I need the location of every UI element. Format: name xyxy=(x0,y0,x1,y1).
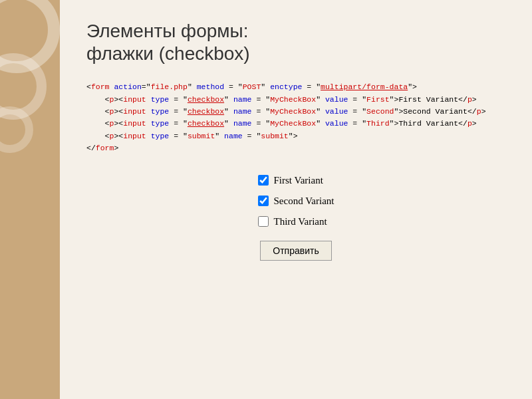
code-line-5: <p><input type = "submit" name = "submit… xyxy=(86,130,505,142)
page-title: Элементы формы: флажки (checkbox) xyxy=(86,20,505,65)
decorative-panel xyxy=(0,0,60,399)
checkbox-item-second[interactable]: Second Variant xyxy=(258,196,334,207)
code-block: <form action="file.php" method = "POST" … xyxy=(86,81,505,154)
checkbox-item-third[interactable]: Third Variant xyxy=(258,216,334,227)
code-line-3: <p><input type = "checkbox" name = "MyCh… xyxy=(86,106,505,118)
submit-button[interactable]: Отправить xyxy=(260,241,331,261)
page-title-line2: флажки (checkbox) xyxy=(86,43,250,64)
checkbox-group: First Variant Second Variant Third Varia… xyxy=(258,175,334,227)
checkbox-second-label: Second Variant xyxy=(274,196,334,207)
code-line-4: <p><input type = "checkbox" name = "MyCh… xyxy=(86,118,505,130)
demo-area: First Variant Second Variant Third Varia… xyxy=(86,175,505,261)
checkbox-item-first[interactable]: First Variant xyxy=(258,175,334,186)
code-line-2: <p><input type = "checkbox" name = "MyCh… xyxy=(86,94,505,106)
code-line-1: <form action="file.php" method = "POST" … xyxy=(86,81,505,93)
checkbox-first[interactable] xyxy=(258,175,269,186)
code-line-6: </form> xyxy=(86,142,505,154)
checkbox-first-label: First Variant xyxy=(274,175,323,186)
page-title-line1: Элементы формы: xyxy=(86,21,248,41)
checkbox-third-label: Third Variant xyxy=(274,216,327,227)
main-content: Элементы формы: флажки (checkbox) <form … xyxy=(60,0,532,399)
checkbox-third[interactable] xyxy=(258,216,269,227)
checkbox-second[interactable] xyxy=(258,196,269,206)
